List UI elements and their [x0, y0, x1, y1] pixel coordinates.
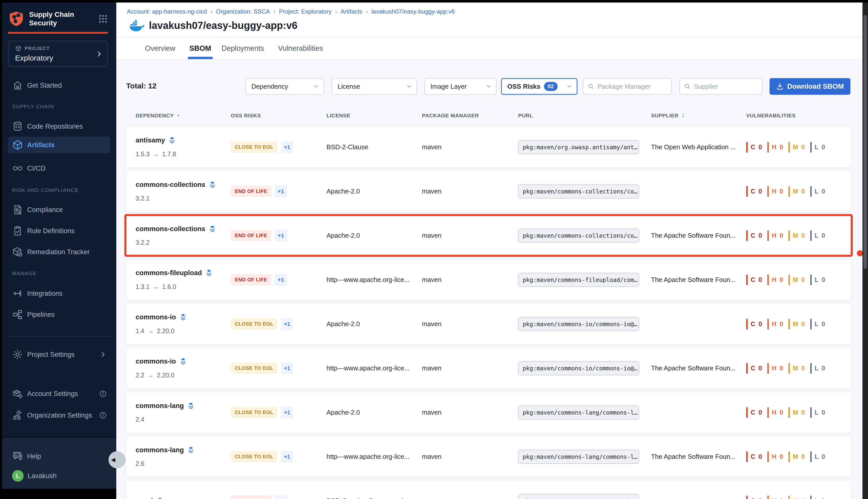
supplier-search-input[interactable] [694, 83, 762, 90]
tab-vulnerabilities[interactable]: Vulnerabilities [278, 37, 323, 59]
purl-chip[interactable]: pkg:maven/org.owasp.esapi/esapi@… [518, 494, 639, 499]
severity-bar [810, 451, 812, 462]
purl-chip[interactable]: pkg:maven/commons-lang/commons-l… [518, 450, 639, 464]
sidebar-item-ci-cd[interactable]: CI/CD [8, 160, 110, 177]
extra-risk-badge[interactable]: +1 [281, 451, 293, 463]
info-icon [99, 412, 107, 419]
sidebar-item-rule-definitions[interactable]: Rule Definitions [8, 223, 110, 239]
severity-count-label: L 0 [815, 144, 826, 151]
filter-dependency-dropdown[interactable]: Dependency [245, 78, 324, 95]
license-cell: Apache-2.0 [326, 304, 422, 344]
table-row[interactable]: esapiEND OF LIFE+1BSD-Creative Commons-A… [126, 480, 851, 499]
filter-license-dropdown[interactable]: License [332, 78, 417, 95]
arrow-right-icon: → [153, 283, 159, 291]
breadcrumb-link[interactable]: lavakush07/easy-buggy-app:v6 [371, 8, 455, 15]
extra-risk-badge[interactable]: +1 [281, 362, 293, 374]
project-selector[interactable]: PROJECT Exploratory [8, 41, 108, 67]
layers-icon [156, 497, 164, 499]
purl-chip[interactable]: pkg:maven/commons-collections/co… [518, 229, 639, 243]
severity-count-label: C 0 [751, 276, 763, 283]
package-manager-search[interactable] [583, 78, 672, 95]
dependency-cell: commons-collections3.2.2 [136, 215, 231, 256]
table-row[interactable]: commons-lang2.6CLOSE TO EOL+1http---www.… [126, 436, 851, 477]
extra-risk-badge[interactable]: +1 [275, 274, 287, 286]
vulnerabilities-cell: C 0H 0M 0L 0 [746, 392, 851, 433]
breadcrumb-link[interactable]: Artifacts [340, 8, 362, 15]
search-icon [587, 83, 595, 90]
table-row[interactable]: commons-lang2.4CLOSE TO EOL+1Apache-2.0m… [126, 392, 851, 433]
purl-chip[interactable]: pkg:maven/org.owasp.antisamy/ant… [518, 140, 639, 154]
module-grid-icon[interactable] [98, 14, 108, 24]
sidebar-item-account-settings[interactable]: Account Settings [8, 386, 110, 402]
filter-oss-risks-dropdown[interactable]: OSS Risks 02 [501, 78, 578, 95]
vuln-critical-count: C 0 [746, 275, 767, 285]
risk-badge: END OF LIFE [231, 495, 271, 499]
breadcrumb-link[interactable]: Organization: SSCA [216, 8, 270, 15]
sidebar-item-artifacts[interactable]: Artifacts [8, 137, 110, 153]
table-header: DEPENDENCY OSS RISKS LICENSE PACKAGE MAN… [126, 109, 851, 122]
download-sbom-button[interactable]: Download SBOM [770, 78, 851, 95]
dependency-versions: 1.4→2.20.0 [136, 327, 174, 335]
severity-count-label: L 0 [815, 409, 826, 416]
risk-badge: CLOSE TO EOL [231, 451, 277, 462]
table-row[interactable]: commons-collections3.2.2END OF LIFE+1Apa… [126, 215, 851, 256]
dependency-cell: commons-lang2.6 [136, 436, 231, 477]
column-header-dependency[interactable]: DEPENDENCY [136, 109, 181, 122]
supplier-search[interactable] [679, 78, 762, 95]
extra-risk-badge[interactable]: +1 [275, 230, 287, 242]
severity-count-label: M 0 [793, 188, 806, 195]
sidebar-item-pipelines[interactable]: Pipelines [8, 306, 110, 323]
sidebar-item-project-settings[interactable]: Project Settings [8, 346, 110, 363]
sidebar-item-help[interactable]: ? Help [8, 448, 110, 465]
severity-count-label: C 0 [751, 232, 763, 239]
sidebar-collapse-handle[interactable]: ◀ [109, 451, 126, 468]
extra-risk-badge[interactable]: +1 [281, 141, 293, 153]
package-manager-cell: maven [422, 304, 518, 344]
table-row[interactable]: antisamy1.5.3→1.7.8CLOSE TO EOL+1BSD-2-C… [126, 127, 851, 167]
purl-chip[interactable]: pkg:maven/commons-fileupload/com… [518, 273, 639, 287]
filter-image-layer-dropdown[interactable]: Image Layer [424, 78, 497, 95]
help-chat-icon: ? [12, 451, 23, 462]
sidebar-item-label: Account Settings [27, 390, 78, 398]
tab-sbom[interactable]: SBOM [189, 37, 211, 59]
vuln-critical-count: C 0 [746, 407, 767, 418]
layersgear-icon [12, 388, 23, 399]
purl-chip[interactable]: pkg:maven/commons-io/commons-io@… [518, 361, 639, 375]
table-row[interactable]: commons-fileupload1.3.1→1.6.0END OF LIFE… [126, 259, 851, 300]
main-content: Account: app-harness-ng-cicd›Organizatio… [116, 2, 863, 499]
vulnerabilities-cell: C 0H 0M 0L 0 [746, 171, 851, 211]
sidebar-item-organization-settings[interactable]: Organization Settings [8, 407, 110, 424]
sidebar-item-code-repositories[interactable]: Code Repositories [8, 118, 110, 135]
tab-overview[interactable]: Overview [145, 37, 175, 59]
purl-chip[interactable]: pkg:maven/commons-collections/co… [518, 184, 639, 198]
extra-risk-badge[interactable]: +1 [281, 318, 293, 330]
sidebar-item-compliance[interactable]: Compliance [8, 202, 110, 218]
purl-cell: pkg:maven/commons-lang/commons-l… [518, 392, 651, 433]
extra-risk-badge[interactable]: +1 [275, 185, 287, 197]
purl-chip[interactable]: pkg:maven/commons-io/commons-io@… [518, 317, 639, 331]
table-row[interactable]: commons-io1.4→2.20.0CLOSE TO EOL+1Apache… [126, 304, 851, 344]
scrollbar-thumb[interactable] [864, 15, 867, 269]
sidebar-item-user[interactable]: L Lavakush [8, 467, 110, 484]
sidebar-item-remediation-tracker[interactable]: Remediation Tracker [8, 244, 110, 260]
extra-risk-badge[interactable]: +1 [275, 495, 287, 499]
severity-count-label: C 0 [751, 144, 763, 151]
package-manager-search-input[interactable] [597, 83, 671, 90]
arrow-right-icon: → [147, 372, 154, 379]
breadcrumb-link[interactable]: Project: Exploratory [279, 8, 332, 15]
sidebar-bottom-section: ? Help L Lavakush [2, 436, 116, 489]
extra-risk-badge[interactable]: +1 [281, 406, 293, 418]
severity-count-label: C 0 [751, 320, 763, 328]
table-row[interactable]: commons-io2.2→2.20.0CLOSE TO EOL+1http--… [126, 348, 851, 388]
table-row[interactable]: commons-collections3.2.1END OF LIFE+1Apa… [126, 171, 851, 211]
sidebar-item-get-started[interactable]: Get Started [8, 77, 110, 94]
sidebar-item-integrations[interactable]: Integrations [8, 285, 110, 302]
vuln-low-count: L 0 [810, 186, 831, 197]
vuln-high-count: H 0 [767, 142, 789, 153]
breadcrumb-link[interactable]: Account: app-harness-ng-cicd [127, 8, 207, 15]
severity-count-label: L 0 [815, 365, 826, 372]
annotation-dot [857, 250, 863, 256]
tab-deployments[interactable]: Deployments [222, 37, 264, 59]
column-header-supplier[interactable]: SUPPLIER [651, 109, 686, 122]
purl-chip[interactable]: pkg:maven/commons-lang/commons-l… [518, 405, 639, 419]
